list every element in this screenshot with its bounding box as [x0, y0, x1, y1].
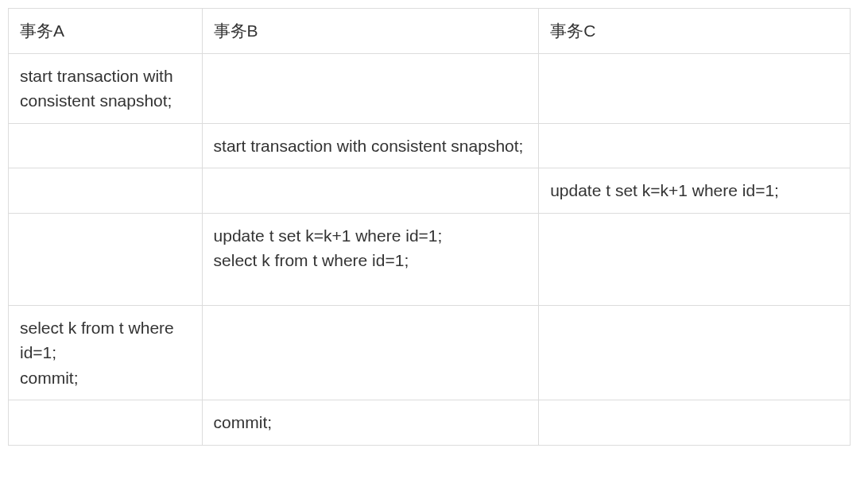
cell: start transaction with consistent snapsh… — [202, 123, 539, 168]
table-header-row: 事务A 事务B 事务C — [9, 9, 851, 54]
cell: update t set k=k+1 where id=1; — [539, 168, 851, 214]
cell: select k from t whereid=1;commit; — [9, 305, 203, 400]
cell — [9, 168, 203, 214]
cell — [202, 53, 539, 123]
header-cell-a: 事务A — [9, 9, 203, 54]
cell — [539, 213, 851, 305]
table-row: start transaction with consistent snapsh… — [9, 53, 851, 123]
cell — [9, 123, 203, 168]
cell — [9, 400, 203, 446]
cell — [539, 400, 851, 446]
cell — [202, 305, 539, 400]
transaction-table: 事务A 事务B 事务C start transaction with consi… — [8, 8, 851, 446]
table-row: select k from t whereid=1;commit; — [9, 305, 851, 400]
cell: commit; — [202, 400, 539, 446]
cell — [9, 213, 203, 305]
cell: start transaction with consistent snapsh… — [9, 53, 203, 123]
table-row: commit; — [9, 400, 851, 446]
table-row: update t set k=k+1 where id=1; — [9, 168, 851, 214]
table-row: start transaction with consistent snapsh… — [9, 123, 851, 168]
cell — [539, 123, 851, 168]
cell — [202, 168, 539, 214]
cell: update t set k=k+1 where id=1;select k f… — [202, 213, 539, 305]
header-cell-c: 事务C — [539, 9, 851, 54]
table-row: update t set k=k+1 where id=1;select k f… — [9, 213, 851, 305]
cell — [539, 305, 851, 400]
header-cell-b: 事务B — [202, 9, 539, 54]
cell — [539, 53, 851, 123]
